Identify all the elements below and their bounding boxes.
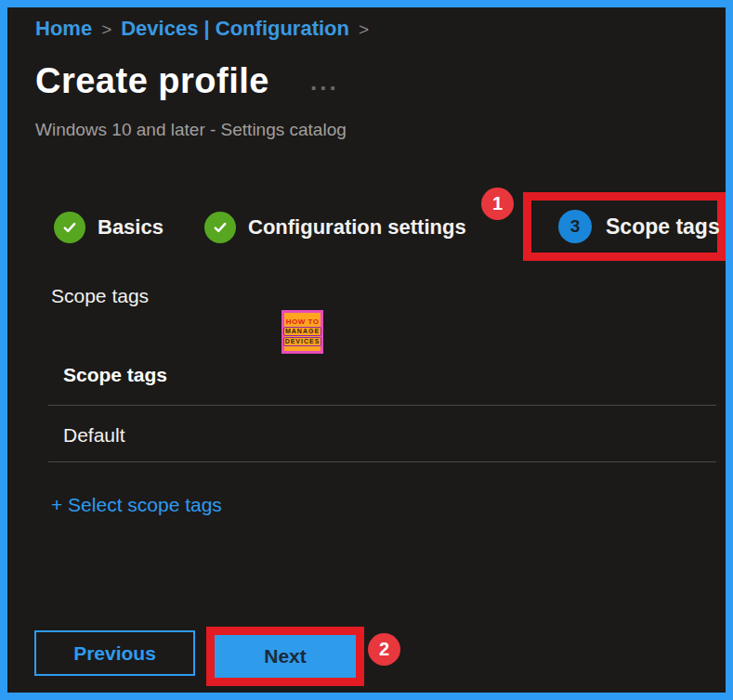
tab-scope-tags-label: Scope tags <box>606 214 720 240</box>
tab-configuration-settings[interactable]: Configuration settings <box>204 212 466 243</box>
check-icon <box>54 212 85 243</box>
previous-button[interactable]: Previous <box>34 630 195 676</box>
tab-scope-tags[interactable]: 3 Scope tags <box>531 210 720 243</box>
scope-tags-section-label: Scope tags <box>51 285 149 307</box>
page-subtitle: Windows 10 and later - Settings catalog <box>35 120 347 140</box>
tab-basics-label: Basics <box>98 215 164 240</box>
divider <box>48 405 716 406</box>
watermark-text: MANAGE <box>283 327 321 336</box>
title-row: Create profile ... <box>35 61 339 101</box>
divider <box>48 461 716 462</box>
scope-tags-column-header: Scope tags <box>63 364 167 386</box>
breadcrumb-home-link[interactable]: Home <box>35 17 92 41</box>
annotation-step-2-badge: 2 <box>368 633 400 666</box>
annotation-highlight-scope-tags: 3 Scope tags <box>523 192 726 261</box>
annotation-step-1-badge: 1 <box>481 188 514 220</box>
select-scope-tags-link[interactable]: + Select scope tags <box>51 494 222 516</box>
breadcrumb-separator-icon: > <box>101 18 111 40</box>
check-icon <box>204 212 236 243</box>
watermark-text: DEVICES <box>283 337 322 346</box>
annotation-highlight-next: Next <box>206 627 364 686</box>
next-button[interactable]: Next <box>215 635 356 678</box>
how-to-manage-devices-logo: HOW TO MANAGE DEVICES <box>281 310 323 354</box>
page-title: Create profile <box>35 61 269 101</box>
breadcrumb-devices-configuration-link[interactable]: Devices | Configuration <box>121 17 349 41</box>
more-actions-ellipsis-icon[interactable]: ... <box>310 66 339 97</box>
create-profile-window: Home > Devices | Configuration > Create … <box>0 0 733 700</box>
breadcrumb-separator-icon: > <box>359 18 369 40</box>
breadcrumb: Home > Devices | Configuration > <box>35 17 369 41</box>
tab-configuration-settings-label: Configuration settings <box>248 215 466 240</box>
scope-tag-row-default[interactable]: Default <box>63 424 125 447</box>
watermark-text: HOW TO <box>286 318 320 326</box>
tab-basics[interactable]: Basics <box>54 212 164 243</box>
step-3-icon: 3 <box>558 210 592 243</box>
